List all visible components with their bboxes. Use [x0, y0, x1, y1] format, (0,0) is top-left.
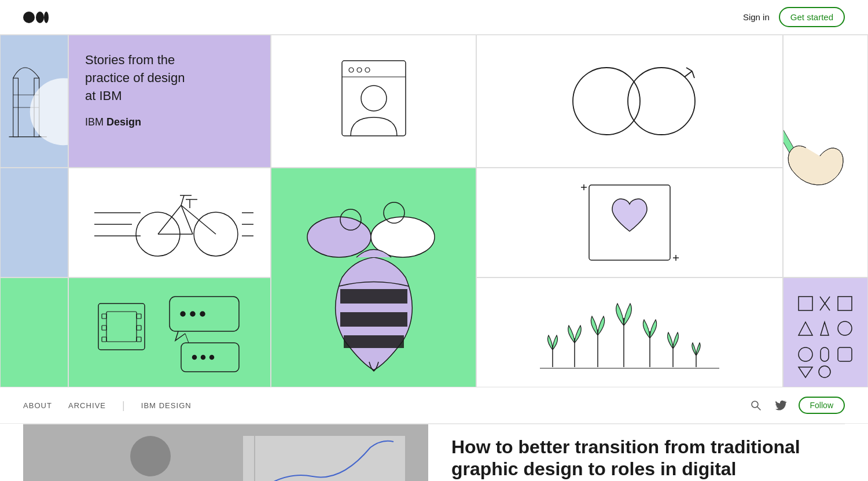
- svg-rect-63: [102, 337, 106, 342]
- svg-point-14: [361, 86, 387, 111]
- article-text: How to better transition from traditiona…: [451, 424, 845, 481]
- top-nav: Sign in Get started: [0, 0, 868, 35]
- hero-cell-blue-left: [0, 35, 68, 168]
- search-icon: [750, 399, 762, 411]
- svg-rect-62: [102, 325, 106, 330]
- svg-point-1: [36, 12, 44, 23]
- svg-point-68: [181, 312, 185, 316]
- chat-circuit-icon: [86, 280, 253, 384]
- nav-right: Sign in Get started: [743, 7, 845, 27]
- svg-rect-60: [106, 312, 137, 342]
- svg-point-87: [838, 321, 852, 335]
- svg-point-95: [130, 436, 171, 476]
- hero-cell-green-r3-c1: [0, 278, 68, 387]
- bicycle-icon: [83, 173, 256, 272]
- hero-cell-heart-ui: [476, 168, 783, 278]
- heart-ui-icon: [554, 173, 705, 272]
- svg-rect-50: [340, 289, 407, 304]
- hero-cell-purple-text: Stories from the practice of design at I…: [68, 35, 271, 168]
- svg-rect-89: [821, 347, 829, 361]
- svg-point-10: [349, 68, 354, 72]
- ibm-design-link[interactable]: IBM DESIGN: [141, 401, 192, 410]
- svg-point-8: [30, 78, 68, 145]
- infinity-icon: [549, 55, 711, 147]
- svg-rect-61: [102, 314, 106, 319]
- shapes-icon: [788, 280, 863, 384]
- svg-line-18: [686, 68, 692, 71]
- svg-line-17: [685, 71, 692, 77]
- svg-point-88: [799, 347, 812, 361]
- twitter-button[interactable]: [773, 397, 789, 413]
- svg-rect-96: [243, 436, 405, 481]
- archive-link[interactable]: ARCHIVE: [68, 401, 106, 410]
- svg-line-19: [692, 71, 694, 78]
- logo[interactable]: [23, 9, 49, 25]
- hero-cell-bee: [271, 168, 476, 387]
- hero-brand: IBM Design: [85, 116, 185, 128]
- svg-rect-86: [838, 297, 852, 310]
- svg-point-2: [44, 12, 49, 23]
- svg-point-74: [210, 356, 214, 360]
- article-image: [23, 424, 428, 481]
- svg-point-0: [23, 12, 35, 23]
- svg-rect-52: [344, 335, 404, 348]
- svg-point-91: [819, 366, 830, 378]
- svg-point-16: [628, 68, 695, 135]
- svg-point-73: [201, 356, 205, 360]
- article-thumbnail: [23, 424, 428, 481]
- svg-point-69: [190, 312, 195, 316]
- person-window-icon: [336, 55, 411, 147]
- article-title: How to better transition from traditiona…: [451, 436, 845, 480]
- search-button[interactable]: [748, 397, 764, 413]
- content-area: How to better transition from traditiona…: [0, 424, 868, 481]
- bee-icon: [293, 173, 455, 382]
- svg-point-92: [752, 401, 758, 408]
- hand-pencil-icon: [784, 35, 867, 278]
- sub-nav-right: Follow: [748, 397, 845, 414]
- arch-illustration: [1, 35, 68, 168]
- hero-cell-bicycle: [68, 168, 271, 278]
- sub-nav-left: ABOUT ARCHIVE | IBM DESIGN: [23, 399, 192, 412]
- svg-rect-90: [838, 347, 852, 361]
- hero-cell-plants: [476, 278, 783, 387]
- hero-cell-hand: [783, 35, 868, 278]
- sub-nav: ABOUT ARCHIVE | IBM DESIGN Follow: [0, 387, 868, 424]
- svg-rect-64: [137, 314, 141, 319]
- svg-point-72: [193, 356, 197, 360]
- svg-rect-83: [799, 297, 812, 310]
- hero-cell-blue-left-r2: [0, 168, 68, 278]
- hero-cell-shapes: [783, 278, 868, 387]
- about-link[interactable]: ABOUT: [23, 401, 52, 410]
- hero-cell-infinity: [476, 35, 783, 168]
- hero-cell-person-icon: [271, 35, 476, 168]
- svg-point-70: [200, 312, 205, 316]
- svg-rect-51: [340, 312, 407, 327]
- hero-tagline: Stories from the practice of design at I…: [85, 51, 185, 105]
- svg-point-11: [357, 68, 362, 72]
- hero-grid: Stories from the practice of design at I…: [0, 35, 868, 387]
- medium-logo: [23, 9, 49, 25]
- svg-point-12: [365, 68, 370, 72]
- twitter-icon: [775, 399, 787, 411]
- sign-in-button[interactable]: Sign in: [743, 12, 770, 22]
- follow-button[interactable]: Follow: [799, 397, 845, 414]
- plants-icon: [528, 280, 731, 384]
- svg-rect-59: [98, 304, 145, 350]
- svg-line-35: [158, 205, 181, 234]
- hero-cell-chat-circuit: [68, 278, 271, 387]
- svg-line-36: [181, 205, 216, 234]
- nav-divider: |: [122, 399, 125, 412]
- svg-line-93: [757, 407, 760, 410]
- svg-point-15: [573, 68, 640, 135]
- svg-rect-66: [137, 337, 141, 342]
- get-started-button[interactable]: Get started: [779, 7, 845, 27]
- svg-rect-65: [137, 325, 141, 330]
- svg-point-46: [307, 217, 371, 257]
- svg-line-39: [181, 195, 184, 205]
